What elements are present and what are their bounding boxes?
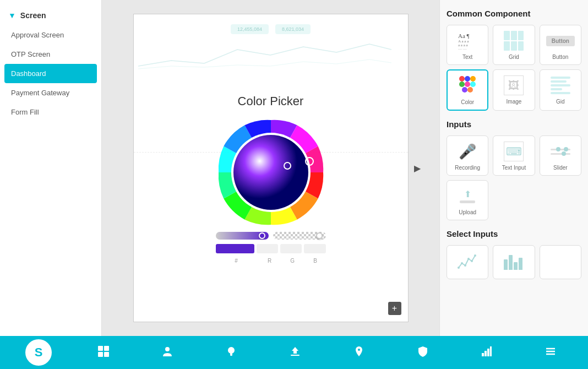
slider-component-icon [551,140,570,162]
chart-nav-button[interactable] [475,340,499,365]
text-component-label: Text [462,54,472,60]
svg-point-20 [467,258,470,260]
upload-component-icon: ⬆ [460,185,475,207]
bottom-nav: S [0,336,588,369]
svg-point-18 [461,262,463,264]
r-label: R [259,258,280,264]
logo-button[interactable]: S [25,339,52,366]
sidebar-item-form-fill[interactable]: Form Fill [0,102,101,122]
component-card-color[interactable]: Color [447,69,488,111]
sidebar-header-label: Screen [20,11,46,20]
svg-point-12 [459,82,465,87]
color-wheel-container[interactable] [216,117,326,227]
svg-rect-23 [98,346,103,351]
lightbulb-nav-button[interactable] [219,340,243,365]
svg-rect-35 [490,346,492,356]
svg-point-16 [467,87,473,93]
select-inputs-section-title: Select Inputs [447,229,581,238]
component-card-bar-chart[interactable] [493,245,535,279]
inputs-section-title: Inputs [447,120,581,129]
g-input[interactable]: 35 [280,244,302,253]
gid-component-label: Gid [556,99,565,105]
canvas-play-button[interactable]: ▶ [414,163,421,173]
grid-component-icon [504,30,524,52]
hash-label: # [216,258,257,264]
recording-component-icon: 🎤 [459,140,476,162]
upload-nav-icon [289,345,301,360]
svg-text:Aa ¶: Aa ¶ [458,32,470,39]
component-card-line-chart[interactable] [447,245,488,279]
user-nav-button[interactable] [155,340,179,365]
svg-rect-34 [487,349,489,356]
component-card-upload[interactable]: ⬆ Upload [447,180,488,220]
component-card-image[interactable]: 🖼 Image [493,69,535,111]
hue-slider[interactable] [216,232,269,240]
sidebar-item-otp-screen[interactable]: OTP Screen [0,45,101,64]
svg-marker-29 [292,347,298,354]
color-picker-widget: Color Picker [216,94,326,264]
component-card-gid[interactable]: Gid [540,69,581,111]
canvas-frame: 12,455,084 8,621,034 Color Picker [133,14,409,322]
image-component-icon: 🖼 [504,74,524,96]
hex-input[interactable]: #5823CD [216,244,254,253]
svg-rect-28 [230,355,232,356]
component-card-button[interactable]: Button Button [540,25,581,65]
sidebar: ▼ Screen Approval Screen OTP Screen Dash… [0,0,102,336]
menu-nav-button[interactable] [538,340,563,365]
svg-rect-30 [291,355,300,356]
recording-component-label: Recording [455,165,480,171]
hex-rgb-row: #5823CD 88 35 205 [216,244,326,253]
component-card-recording[interactable]: 🎤 Recording [447,135,488,176]
svg-point-14 [470,82,476,87]
location-nav-button[interactable] [347,340,371,365]
component-card-empty[interactable] [540,245,581,279]
g-label: G [282,258,303,264]
color-component-icon [455,75,480,97]
component-card-slider[interactable]: Slider [540,135,581,176]
text-input-component-icon: ⌨ [504,140,524,162]
common-component-grid: Aa ¶ A a a a a a a a — — Text [447,25,581,111]
upload-nav-button[interactable] [283,340,307,365]
svg-rect-24 [104,346,109,351]
location-nav-icon [353,345,365,360]
svg-point-11 [470,76,476,82]
svg-point-27 [165,347,170,351]
svg-point-2 [233,135,308,210]
svg-text:— —: — — [458,47,467,51]
component-card-text[interactable]: Aa ¶ A a a a a a a a — — Text [447,25,488,65]
b-label: B [305,258,326,264]
sidebar-item-dashboard[interactable]: Dashboard [4,64,97,83]
sidebar-header: ▼ Screen [0,6,101,25]
shield-nav-button[interactable] [411,340,435,365]
b-input[interactable]: 205 [304,244,325,253]
canvas-add-button[interactable]: + [388,302,401,315]
chevron-down-icon: ▼ [8,11,16,20]
svg-point-22 [474,254,476,257]
common-section-title: Common Component [447,9,581,18]
sidebar-item-approval-screen[interactable]: Approval Screen [0,25,101,45]
svg-point-13 [465,82,470,87]
button-component-icon: Button [546,30,575,52]
color-slider-row [216,232,326,240]
r-input[interactable]: 88 [257,244,278,253]
svg-point-31 [358,349,360,351]
text-component-icon: Aa ¶ A a a a a a a a — — [457,30,478,52]
component-card-text-input[interactable]: ⌨ Text Input [493,135,535,176]
svg-point-17 [458,267,460,269]
gid-component-icon [551,74,570,96]
sidebar-item-payment-gateway[interactable]: Payment Gateway [0,83,101,102]
slider-component-label: Slider [553,165,568,171]
image-component-label: Image [507,99,522,105]
svg-point-19 [464,264,466,267]
button-component-label: Button [552,54,568,60]
dashboard-nav-button[interactable] [91,340,116,365]
line-chart-icon [458,250,477,272]
dashboard-nav-icon [97,345,110,360]
svg-point-15 [462,87,467,93]
shield-nav-icon [417,345,429,360]
alpha-slider[interactable] [273,232,326,240]
hex-label-row: # R G B [216,258,326,264]
svg-point-9 [459,76,465,82]
component-card-grid[interactable]: Grid [493,25,535,65]
svg-point-10 [465,76,470,82]
